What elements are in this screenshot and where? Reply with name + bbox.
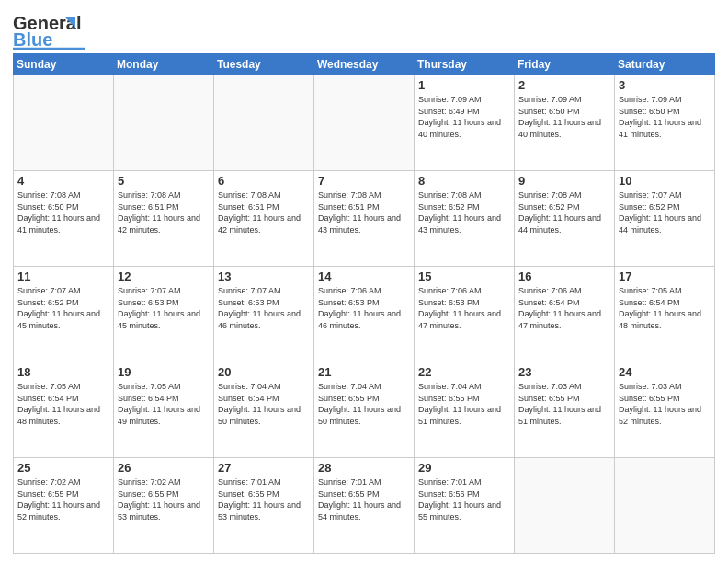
- cell-info: Sunrise: 7:05 AM Sunset: 6:54 PM Dayligh…: [17, 381, 109, 427]
- cell-info: Sunrise: 7:04 AM Sunset: 6:54 PM Dayligh…: [218, 381, 310, 427]
- cell-info: Sunrise: 7:08 AM Sunset: 6:52 PM Dayligh…: [418, 190, 510, 236]
- week-row-4: 25Sunrise: 7:02 AM Sunset: 6:55 PM Dayli…: [14, 458, 715, 554]
- calendar-cell: [14, 75, 114, 171]
- day-number: 25: [17, 461, 109, 475]
- day-number: 16: [518, 270, 610, 283]
- calendar-cell: 19Sunrise: 7:05 AM Sunset: 6:54 PM Dayli…: [114, 362, 214, 458]
- calendar-cell: 5Sunrise: 7:08 AM Sunset: 6:51 PM Daylig…: [114, 171, 214, 267]
- calendar-cell: 13Sunrise: 7:07 AM Sunset: 6:53 PM Dayli…: [214, 267, 314, 362]
- calendar-table: SundayMondayTuesdayWednesdayThursdayFrid…: [13, 53, 715, 554]
- day-header-sunday: Sunday: [14, 54, 114, 75]
- calendar-cell: 3Sunrise: 7:09 AM Sunset: 6:50 PM Daylig…: [615, 75, 715, 171]
- calendar-cell: 22Sunrise: 7:04 AM Sunset: 6:55 PM Dayli…: [415, 362, 515, 458]
- day-header-wednesday: Wednesday: [314, 54, 415, 75]
- cell-info: Sunrise: 7:06 AM Sunset: 6:53 PM Dayligh…: [318, 285, 410, 331]
- day-number: 12: [118, 270, 210, 283]
- calendar-cell: 23Sunrise: 7:03 AM Sunset: 6:55 PM Dayli…: [515, 362, 615, 458]
- calendar-cell: 20Sunrise: 7:04 AM Sunset: 6:54 PM Dayli…: [214, 362, 314, 458]
- cell-info: Sunrise: 7:07 AM Sunset: 6:53 PM Dayligh…: [218, 285, 310, 331]
- cell-info: Sunrise: 7:04 AM Sunset: 6:55 PM Dayligh…: [418, 381, 510, 427]
- day-number: 14: [318, 270, 410, 283]
- calendar-cell: 26Sunrise: 7:02 AM Sunset: 6:55 PM Dayli…: [114, 458, 214, 554]
- cell-info: Sunrise: 7:09 AM Sunset: 6:49 PM Dayligh…: [418, 94, 510, 140]
- page: General Blue SundayMondayTuesdayWednesda…: [0, 0, 728, 563]
- day-header-friday: Friday: [515, 54, 615, 75]
- calendar-cell: 28Sunrise: 7:01 AM Sunset: 6:55 PM Dayli…: [314, 458, 415, 554]
- cell-info: Sunrise: 7:06 AM Sunset: 6:53 PM Dayligh…: [418, 285, 510, 331]
- calendar-header-row: SundayMondayTuesdayWednesdayThursdayFrid…: [14, 54, 715, 75]
- day-number: 23: [518, 365, 610, 379]
- cell-info: Sunrise: 7:08 AM Sunset: 6:52 PM Dayligh…: [518, 190, 610, 236]
- cell-info: Sunrise: 7:07 AM Sunset: 6:53 PM Dayligh…: [118, 285, 210, 331]
- calendar-cell: 12Sunrise: 7:07 AM Sunset: 6:53 PM Dayli…: [114, 267, 214, 362]
- day-number: 4: [17, 174, 109, 188]
- calendar-cell: 21Sunrise: 7:04 AM Sunset: 6:55 PM Dayli…: [314, 362, 415, 458]
- day-number: 27: [218, 461, 310, 475]
- day-header-thursday: Thursday: [415, 54, 515, 75]
- day-number: 19: [118, 365, 210, 379]
- svg-text:Blue: Blue: [13, 29, 52, 50]
- day-header-tuesday: Tuesday: [214, 54, 314, 75]
- header: General Blue: [13, 9, 715, 48]
- calendar-cell: 14Sunrise: 7:06 AM Sunset: 6:53 PM Dayli…: [314, 267, 415, 362]
- day-number: 9: [518, 174, 610, 188]
- cell-info: Sunrise: 7:08 AM Sunset: 6:51 PM Dayligh…: [218, 190, 310, 236]
- day-number: 18: [17, 365, 109, 379]
- day-number: 1: [418, 78, 510, 92]
- calendar-cell: 27Sunrise: 7:01 AM Sunset: 6:55 PM Dayli…: [214, 458, 314, 554]
- day-number: 26: [118, 461, 210, 475]
- cell-info: Sunrise: 7:06 AM Sunset: 6:54 PM Dayligh…: [518, 285, 610, 331]
- week-row-0: 1Sunrise: 7:09 AM Sunset: 6:49 PM Daylig…: [14, 75, 715, 171]
- cell-info: Sunrise: 7:09 AM Sunset: 6:50 PM Dayligh…: [619, 94, 711, 140]
- calendar-cell: 9Sunrise: 7:08 AM Sunset: 6:52 PM Daylig…: [515, 171, 615, 267]
- cell-info: Sunrise: 7:08 AM Sunset: 6:51 PM Dayligh…: [118, 190, 210, 236]
- calendar-cell: [314, 75, 415, 171]
- calendar-cell: 11Sunrise: 7:07 AM Sunset: 6:52 PM Dayli…: [14, 267, 114, 362]
- calendar-cell: 7Sunrise: 7:08 AM Sunset: 6:51 PM Daylig…: [314, 171, 415, 267]
- cell-info: Sunrise: 7:02 AM Sunset: 6:55 PM Dayligh…: [118, 477, 210, 523]
- day-header-saturday: Saturday: [615, 54, 715, 75]
- calendar-cell: 6Sunrise: 7:08 AM Sunset: 6:51 PM Daylig…: [214, 171, 314, 267]
- calendar-cell: [214, 75, 314, 171]
- cell-info: Sunrise: 7:08 AM Sunset: 6:50 PM Dayligh…: [17, 190, 109, 236]
- calendar-cell: [515, 458, 615, 554]
- calendar-cell: 15Sunrise: 7:06 AM Sunset: 6:53 PM Dayli…: [415, 267, 515, 362]
- calendar-cell: [114, 75, 214, 171]
- cell-info: Sunrise: 7:04 AM Sunset: 6:55 PM Dayligh…: [318, 381, 410, 427]
- cell-info: Sunrise: 7:02 AM Sunset: 6:55 PM Dayligh…: [17, 477, 109, 523]
- calendar-cell: 8Sunrise: 7:08 AM Sunset: 6:52 PM Daylig…: [415, 171, 515, 267]
- calendar-cell: 10Sunrise: 7:07 AM Sunset: 6:52 PM Dayli…: [615, 171, 715, 267]
- cell-info: Sunrise: 7:09 AM Sunset: 6:50 PM Dayligh…: [518, 94, 610, 140]
- calendar-cell: [615, 458, 715, 554]
- day-number: 5: [118, 174, 210, 188]
- day-number: 29: [418, 461, 510, 475]
- logo: General Blue: [13, 9, 51, 48]
- day-number: 13: [218, 270, 310, 283]
- calendar-cell: 25Sunrise: 7:02 AM Sunset: 6:55 PM Dayli…: [14, 458, 114, 554]
- day-number: 24: [619, 365, 711, 379]
- week-row-1: 4Sunrise: 7:08 AM Sunset: 6:50 PM Daylig…: [14, 171, 715, 267]
- calendar-cell: 1Sunrise: 7:09 AM Sunset: 6:49 PM Daylig…: [415, 75, 515, 171]
- calendar-cell: 18Sunrise: 7:05 AM Sunset: 6:54 PM Dayli…: [14, 362, 114, 458]
- day-number: 8: [418, 174, 510, 188]
- cell-info: Sunrise: 7:05 AM Sunset: 6:54 PM Dayligh…: [619, 285, 711, 331]
- day-number: 20: [218, 365, 310, 379]
- day-number: 22: [418, 365, 510, 379]
- cell-info: Sunrise: 7:01 AM Sunset: 6:55 PM Dayligh…: [318, 477, 410, 523]
- day-number: 10: [619, 174, 711, 188]
- day-number: 21: [318, 365, 410, 379]
- day-number: 28: [318, 461, 410, 475]
- cell-info: Sunrise: 7:03 AM Sunset: 6:55 PM Dayligh…: [619, 381, 711, 427]
- cell-info: Sunrise: 7:01 AM Sunset: 6:56 PM Dayligh…: [418, 477, 510, 523]
- cell-info: Sunrise: 7:01 AM Sunset: 6:55 PM Dayligh…: [218, 477, 310, 523]
- cell-info: Sunrise: 7:08 AM Sunset: 6:51 PM Dayligh…: [318, 190, 410, 236]
- day-number: 3: [619, 78, 711, 92]
- calendar-cell: 16Sunrise: 7:06 AM Sunset: 6:54 PM Dayli…: [515, 267, 615, 362]
- day-header-monday: Monday: [114, 54, 214, 75]
- week-row-2: 11Sunrise: 7:07 AM Sunset: 6:52 PM Dayli…: [14, 267, 715, 362]
- day-number: 6: [218, 174, 310, 188]
- cell-info: Sunrise: 7:07 AM Sunset: 6:52 PM Dayligh…: [619, 190, 711, 236]
- calendar-cell: 17Sunrise: 7:05 AM Sunset: 6:54 PM Dayli…: [615, 267, 715, 362]
- day-number: 11: [17, 270, 109, 283]
- calendar-cell: 2Sunrise: 7:09 AM Sunset: 6:50 PM Daylig…: [515, 75, 615, 171]
